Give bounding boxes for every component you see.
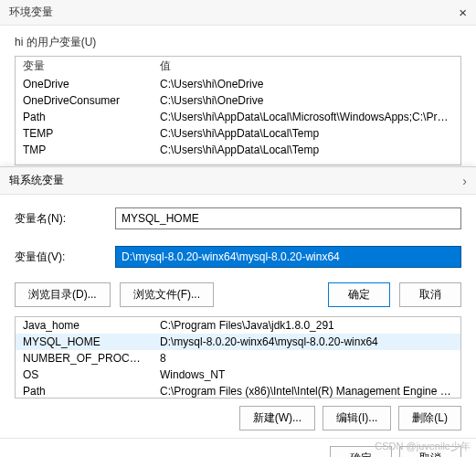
table-row[interactable]: PathC:\Program Files (x86)\Intel\Intel(R… <box>16 383 460 399</box>
variable-value-row: 变量值(V): <box>0 240 476 273</box>
cell-name: OneDriveConsumer <box>16 92 153 109</box>
cell-name: OneDrive <box>16 76 153 92</box>
cell-value: Windows_NT <box>153 367 460 383</box>
table-row[interactable]: PathC:\Users\hi\AppData\Local\Microsoft\… <box>16 109 460 125</box>
cell-name: OS <box>16 367 153 383</box>
variable-name-row: 变量名(N): <box>0 202 476 235</box>
cell-value: C:\Users\hi\AppData\Local\Microsoft\Wind… <box>153 109 460 125</box>
table-row[interactable]: OneDriveC:\Users\hi\OneDrive <box>16 76 460 92</box>
cell-value: 8 <box>153 350 460 367</box>
col-header-name[interactable]: 变量 <box>16 57 153 76</box>
variable-value-label: 变量值(V): <box>15 250 115 265</box>
edit-dialog-buttons: 浏览目录(D)... 浏览文件(F)... 确定 取消 <box>0 273 476 316</box>
table-row[interactable]: TEMPC:\Users\hi\AppData\Local\Temp <box>16 125 460 142</box>
browse-file-button[interactable]: 浏览文件(F)... <box>120 282 214 307</box>
table-row[interactable]: OSWindows_NT <box>16 367 460 383</box>
cell-name: NUMBER_OF_PROCESSORS <box>16 350 153 367</box>
table-row[interactable]: OneDriveConsumerC:\Users\hi\OneDrive <box>16 92 460 109</box>
cell-value: C:\Users\hi\AppData\Local\Temp <box>153 125 460 142</box>
edit-cancel-button[interactable]: 取消 <box>399 282 461 307</box>
table-row[interactable]: Java_homeC:\Program Files\Java\jdk1.8.0_… <box>16 317 460 334</box>
new-button[interactable]: 新建(W)... <box>239 406 315 430</box>
table-row[interactable]: TMPC:\Users\hi\AppData\Local\Temp <box>16 142 460 158</box>
browse-dir-button[interactable]: 浏览目录(D)... <box>15 282 111 307</box>
cell-value: C:\Program Files\Java\jdk1.8.0_291 <box>153 317 460 334</box>
close-icon[interactable]: × <box>459 5 467 20</box>
col-header-value[interactable]: 值 <box>153 57 460 76</box>
edit-button[interactable]: 编辑(I)... <box>323 406 391 430</box>
cell-value: C:\Users\hi\OneDrive <box>153 92 460 109</box>
cell-value: C:\Program Files (x86)\Intel\Intel(R) Ma… <box>153 383 460 399</box>
delete-button[interactable]: 删除(L) <box>398 406 461 430</box>
window-title: 环境变量 <box>9 5 459 20</box>
cell-name: MYSQL_HOME <box>16 334 153 350</box>
watermark: CSDN @juvenile少年 <box>375 440 471 453</box>
user-vars-label: hi 的用户变量(U) <box>0 26 476 56</box>
chevron-right-icon[interactable]: › <box>462 174 467 188</box>
system-vars-buttons: 新建(W)... 编辑(I)... 删除(L) <box>0 399 476 438</box>
cell-name: Java_home <box>16 317 153 334</box>
cell-value: C:\Users\hi\OneDrive <box>153 76 460 92</box>
variable-value-input[interactable] <box>115 246 461 268</box>
cell-value: C:\Users\hi\AppData\Local\Temp <box>153 142 460 158</box>
edit-ok-button[interactable]: 确定 <box>328 282 390 307</box>
cell-value: D:\mysql-8.0.20-winx64\mysql-8.0.20-winx… <box>153 334 460 350</box>
titlebar: 环境变量 × <box>0 0 476 26</box>
variable-name-input[interactable] <box>115 207 461 229</box>
cell-name: Path <box>16 109 153 125</box>
table-row[interactable]: MYSQL_HOMED:\mysql-8.0.20-winx64\mysql-8… <box>16 334 460 350</box>
system-vars-table[interactable]: Java_homeC:\Program Files\Java\jdk1.8.0_… <box>15 316 461 399</box>
variable-name-label: 变量名(N): <box>15 211 115 227</box>
edit-dialog-titlebar: 辑系统变量 › <box>0 167 476 195</box>
table-row[interactable]: NUMBER_OF_PROCESSORS8 <box>16 350 460 367</box>
edit-dialog-title: 辑系统变量 <box>9 173 462 188</box>
edit-system-variable-dialog: 辑系统变量 › 变量名(N): 变量值(V): 浏览目录(D)... 浏览文件(… <box>0 166 476 457</box>
table-header-row: 变量 值 <box>16 57 460 76</box>
cell-name: TMP <box>16 142 153 158</box>
user-vars-table[interactable]: 变量 值 OneDriveC:\Users\hi\OneDriveOneDriv… <box>15 56 461 165</box>
cell-name: Path <box>16 383 153 399</box>
cell-name: TEMP <box>16 125 153 142</box>
